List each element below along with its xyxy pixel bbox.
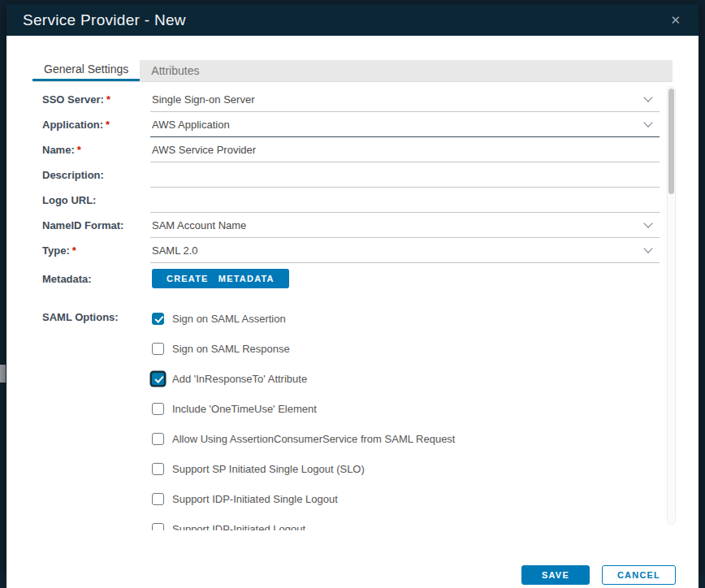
modal-footer: SAVE CANCEL	[6, 554, 699, 588]
checkbox[interactable]	[152, 313, 164, 325]
modal-body: General Settings Attributes SSO Server:*…	[6, 60, 699, 588]
checkbox[interactable]	[152, 373, 164, 385]
checkbox[interactable]	[152, 523, 164, 530]
checkbox[interactable]	[152, 463, 164, 475]
checkbox-row-include-onetimeuse-element[interactable]: Include 'OneTimeUse' Element	[152, 394, 660, 424]
type-select[interactable]: SAML 2.0	[150, 238, 660, 263]
modal-header: Service Provider - New ✕	[6, 4, 699, 36]
checkbox[interactable]	[152, 343, 164, 355]
chevron-down-icon	[643, 244, 652, 253]
save-button[interactable]: SAVE	[521, 565, 590, 585]
application-label: Application:*	[32, 119, 150, 131]
checkbox-label: Add 'InResponseTo' Attribute	[172, 373, 307, 385]
service-provider-modal: Service Provider - New ✕ General Setting…	[6, 4, 699, 572]
checkbox-label: Sign on SAML Response	[172, 343, 290, 355]
logo-url-row: Logo URL:	[32, 188, 660, 213]
chevron-down-icon	[643, 93, 652, 102]
sso-server-label: SSO Server:*	[32, 93, 150, 106]
type-row: Type:* SAML 2.0	[32, 238, 660, 263]
tab-general-settings[interactable]: General Settings	[32, 60, 140, 81]
logo-url-input[interactable]	[150, 188, 660, 213]
name-row: Name:* AWS Service Provider	[32, 137, 660, 162]
required-marker: *	[106, 119, 110, 131]
chevron-down-icon	[643, 118, 652, 127]
application-value: AWS Application	[152, 119, 230, 131]
chevron-down-icon	[643, 218, 652, 227]
cancel-button[interactable]: CANCEL	[602, 565, 676, 585]
required-marker: *	[106, 93, 110, 106]
checkbox-row-allow-acs-from-saml-request[interactable]: Allow Using AssertionConsumerService fro…	[152, 424, 660, 454]
nameid-format-label: NameID Format:	[32, 219, 150, 231]
sso-server-row: SSO Server:* Single Sign-on Server	[32, 87, 660, 112]
sso-server-select[interactable]: Single Sign-on Server	[150, 87, 660, 112]
background-artifact	[0, 365, 6, 383]
modal-title: Service Provider - New	[23, 11, 186, 29]
application-select[interactable]: AWS Application	[150, 112, 660, 137]
form-content: SSO Server:* Single Sign-on Server Appli…	[32, 82, 676, 530]
tab-bar: General Settings Attributes	[32, 60, 673, 82]
checkbox-label: Support IDP-Initiated Single Logout	[172, 493, 338, 505]
create-metadata-button[interactable]: CREATE METADATA	[152, 269, 289, 288]
required-marker: *	[72, 244, 76, 257]
checkbox-row-sign-on-saml-response[interactable]: Sign on SAML Response	[152, 334, 660, 364]
checkbox[interactable]	[152, 493, 164, 505]
nameid-format-select[interactable]: SAM Account Name	[150, 213, 660, 238]
description-input[interactable]	[150, 162, 660, 188]
checkbox-row-sign-on-saml-assertion[interactable]: Sign on SAML Assertion	[152, 304, 660, 334]
description-label: Description:	[32, 169, 150, 181]
scrollbar-thumb[interactable]	[668, 89, 674, 194]
checkbox-label: Include 'OneTimeUse' Element	[172, 403, 317, 415]
checkbox[interactable]	[152, 433, 164, 445]
description-row: Description:	[32, 162, 660, 188]
saml-options-label: SAML Options:	[32, 311, 150, 323]
checkbox-row-add-inresponseto-attribute[interactable]: Add 'InResponseTo' Attribute	[152, 364, 660, 394]
checkbox[interactable]	[152, 403, 164, 415]
checkbox-row-support-sp-initiated-slo[interactable]: Support SP Initiated Single Logout (SLO)	[152, 454, 660, 484]
checkbox-label: Support SP Initiated Single Logout (SLO)	[172, 463, 365, 475]
required-marker: *	[77, 144, 81, 156]
name-value: AWS Service Provider	[152, 144, 256, 156]
name-input[interactable]: AWS Service Provider	[150, 137, 660, 162]
checkbox-label: Allow Using AssertionConsumerService fro…	[172, 433, 456, 445]
application-row: Application:* AWS Application	[32, 112, 660, 137]
checkbox-row-support-idp-initiated-single-logout[interactable]: Support IDP-Initiated Single Logout	[152, 484, 660, 514]
type-value: SAML 2.0	[152, 244, 198, 257]
type-label: Type:*	[32, 244, 150, 257]
name-label: Name:*	[32, 144, 150, 156]
tab-attributes[interactable]: Attributes	[140, 60, 210, 81]
sso-server-value: Single Sign-on Server	[152, 93, 254, 106]
nameid-format-value: SAM Account Name	[152, 219, 246, 231]
saml-options-section: SAML Options: Sign on SAML Assertion Sig…	[32, 304, 660, 530]
vertical-scrollbar[interactable]	[667, 86, 676, 525]
logo-url-label: Logo URL:	[32, 194, 150, 206]
metadata-row: Metadata: CREATE METADATA	[32, 263, 660, 294]
close-icon[interactable]: ✕	[668, 12, 682, 28]
checkbox-row-clipped[interactable]: Support IDP-Initiated Logout	[152, 514, 660, 530]
saml-options-list: Sign on SAML Assertion Sign on SAML Resp…	[150, 304, 660, 530]
nameid-format-row: NameID Format: SAM Account Name	[32, 213, 660, 238]
checkbox-label: Support IDP-Initiated Logout	[172, 523, 305, 530]
metadata-label: Metadata:	[32, 273, 150, 285]
checkbox-label: Sign on SAML Assertion	[172, 313, 286, 325]
